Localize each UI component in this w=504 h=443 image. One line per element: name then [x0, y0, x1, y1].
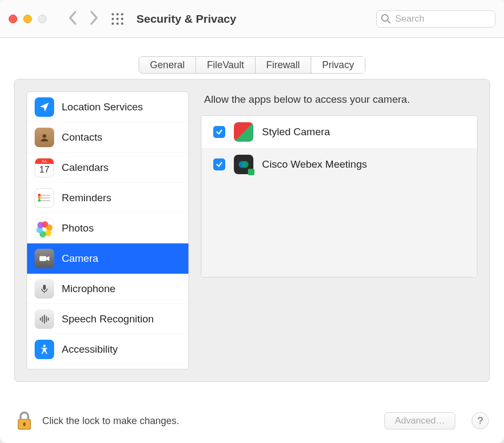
- sidebar-item-label: Calendars: [62, 162, 109, 174]
- nav-arrows: [68, 10, 99, 28]
- sidebar-item-label: Speech Recognition: [62, 313, 154, 325]
- window-traffic-lights: [9, 15, 47, 23]
- sidebar-item-camera[interactable]: Camera: [27, 243, 188, 274]
- microphone-icon: [35, 279, 54, 299]
- advanced-button[interactable]: Advanced…: [384, 412, 455, 429]
- app-list: Styled Camera Cisco Webex Meetings: [201, 115, 477, 277]
- svg-rect-12: [40, 256, 47, 261]
- back-button[interactable]: [68, 10, 78, 28]
- sidebar-item-speech-recognition[interactable]: Speech Recognition: [27, 304, 188, 334]
- checkbox-cisco-webex[interactable]: [213, 158, 225, 170]
- sidebar-item-calendars[interactable]: JUL 17 Calendars: [27, 153, 188, 183]
- maximize-window-button: [38, 15, 47, 23]
- tabs-row: General FileVault Firewall Privacy: [0, 56, 504, 74]
- sidebar-item-label: Reminders: [62, 192, 112, 204]
- window-title: Security & Privacy: [136, 12, 236, 25]
- svg-point-7: [116, 22, 119, 24]
- close-window-button[interactable]: [9, 15, 17, 23]
- app-row-empty: [201, 213, 477, 246]
- app-row-empty: [201, 181, 477, 213]
- svg-point-9: [382, 15, 388, 21]
- search-input[interactable]: [376, 10, 495, 28]
- help-button[interactable]: ?: [472, 412, 489, 429]
- contacts-icon: [35, 128, 54, 147]
- calendar-day-label: 17: [40, 164, 50, 175]
- search-wrap: [376, 10, 495, 28]
- calendar-icon: JUL 17: [35, 158, 54, 177]
- svg-point-4: [116, 17, 119, 19]
- app-icon-styled-camera: [234, 122, 253, 142]
- tab-segmented-control: General FileVault Firewall Privacy: [139, 56, 365, 74]
- svg-point-3: [112, 17, 114, 19]
- sidebar-item-label: Contacts: [62, 131, 102, 143]
- accessibility-icon: [35, 340, 54, 359]
- titlebar: Security & Privacy: [0, 0, 504, 38]
- sidebar-item-label: Photos: [62, 222, 94, 234]
- footer: Click the lock to make changes. Advanced…: [0, 399, 504, 443]
- detail-header: Allow the apps below to access your came…: [201, 91, 477, 115]
- tab-privacy[interactable]: Privacy: [311, 57, 365, 73]
- app-row-styled-camera: Styled Camera: [201, 116, 477, 148]
- app-row-cisco-webex: Cisco Webex Meetings: [201, 148, 477, 181]
- tab-general[interactable]: General: [139, 57, 196, 73]
- svg-point-11: [43, 134, 47, 138]
- sidebar-item-label: Camera: [62, 253, 99, 265]
- sidebar-item-reminders[interactable]: Reminders: [27, 183, 188, 213]
- svg-point-2: [121, 13, 123, 15]
- svg-point-5: [121, 17, 123, 19]
- svg-point-8: [121, 22, 123, 24]
- sidebar-item-label: Location Services: [62, 101, 143, 113]
- svg-point-1: [116, 13, 119, 15]
- svg-point-0: [112, 13, 114, 15]
- content-panel: Location Services Contacts JUL 17 Calend…: [14, 79, 490, 382]
- calendar-month-label: JUL: [35, 158, 54, 164]
- sidebar-item-microphone[interactable]: Microphone: [27, 274, 188, 304]
- detail-panel: Allow the apps below to access your came…: [201, 91, 477, 369]
- speech-recognition-icon: [35, 309, 54, 329]
- reminders-icon: [35, 188, 54, 208]
- app-name-label: Styled Camera: [262, 126, 330, 138]
- tab-filevault[interactable]: FileVault: [196, 57, 256, 73]
- svg-point-6: [112, 22, 114, 24]
- camera-icon: [35, 249, 54, 268]
- sidebar-item-contacts[interactable]: Contacts: [27, 122, 188, 153]
- minimize-window-button[interactable]: [23, 15, 32, 23]
- forward-button[interactable]: [89, 10, 99, 28]
- privacy-sidebar: Location Services Contacts JUL 17 Calend…: [27, 91, 189, 369]
- location-icon: [35, 97, 54, 117]
- checkbox-styled-camera[interactable]: [213, 126, 225, 138]
- lock-text: Click the lock to make changes.: [42, 415, 179, 427]
- app-name-label: Cisco Webex Meetings: [262, 158, 367, 170]
- photos-icon: [35, 219, 54, 238]
- svg-rect-13: [43, 285, 46, 289]
- svg-point-21: [241, 161, 248, 168]
- show-all-prefs-button[interactable]: [110, 12, 125, 26]
- app-row-empty: [201, 246, 477, 277]
- sidebar-item-accessibility[interactable]: Accessibility: [27, 334, 188, 365]
- sidebar-item-location-services[interactable]: Location Services: [27, 92, 188, 122]
- tab-firewall[interactable]: Firewall: [256, 57, 311, 73]
- sidebar-item-label: Accessibility: [62, 343, 117, 355]
- sidebar-item-label: Microphone: [62, 283, 115, 295]
- svg-point-19: [43, 345, 46, 347]
- svg-rect-23: [23, 422, 25, 426]
- app-icon-cisco-webex: [234, 155, 253, 174]
- svg-line-10: [388, 21, 390, 23]
- lock-icon[interactable]: [15, 410, 34, 432]
- search-icon: [381, 14, 391, 24]
- sidebar-item-photos[interactable]: Photos: [27, 213, 188, 243]
